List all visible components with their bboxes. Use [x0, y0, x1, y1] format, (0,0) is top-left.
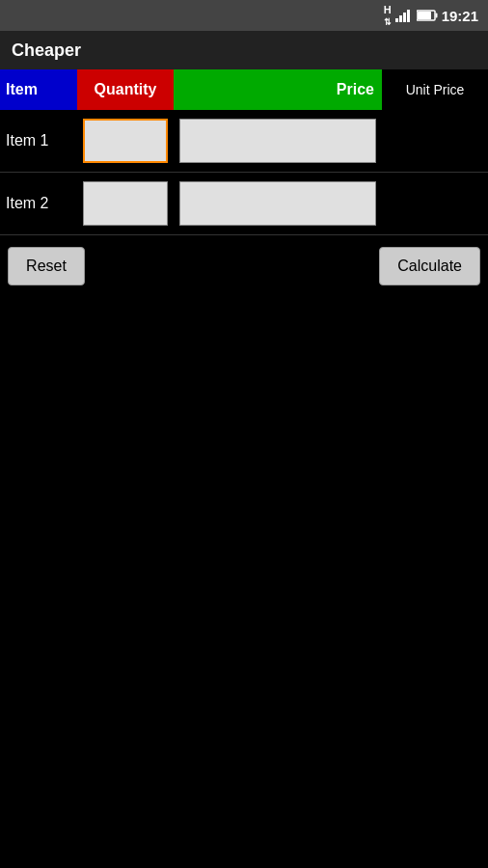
row-1-quantity-input[interactable]: [83, 119, 168, 163]
row-1-unit-price: [382, 110, 488, 172]
status-icons: H⇅ 19:21: [384, 4, 478, 27]
row-2-price-input[interactable]: [179, 181, 376, 226]
row-1-price-input[interactable]: [179, 119, 376, 163]
signal-bars-icon: [395, 9, 413, 22]
title-bar: Cheaper: [0, 31, 488, 69]
row-2-quantity-input[interactable]: [83, 181, 168, 226]
app-title: Cheaper: [12, 41, 81, 61]
header-unit-price: Unit Price: [382, 69, 488, 110]
h-signal-icon: H⇅: [384, 4, 392, 27]
row-1-label: Item 1: [0, 110, 77, 172]
main-content: Item Quantity Price Unit Price Item 1 It…: [0, 69, 488, 297]
row-2-price-cell: [174, 173, 382, 234]
row-2-quantity-cell: [77, 173, 174, 234]
svg-rect-6: [418, 12, 431, 19]
svg-rect-2: [403, 13, 406, 22]
header-quantity: Quantity: [77, 69, 174, 110]
svg-rect-5: [435, 14, 437, 18]
header-price: Price: [174, 69, 382, 110]
row-2-label: Item 2: [0, 173, 77, 234]
row-1-quantity-cell: [77, 110, 174, 172]
svg-rect-1: [399, 15, 402, 22]
svg-rect-3: [407, 10, 410, 22]
row-1-price-cell: [174, 110, 382, 172]
calculate-button[interactable]: Calculate: [379, 247, 480, 285]
battery-icon: [417, 10, 438, 21]
status-bar: H⇅ 19:21: [0, 0, 488, 31]
table-header: Item Quantity Price Unit Price: [0, 69, 488, 110]
table-row: Item 2: [0, 173, 488, 235]
buttons-row: Reset Calculate: [0, 235, 488, 297]
svg-rect-0: [395, 18, 398, 22]
table-row: Item 1: [0, 110, 488, 173]
header-item: Item: [0, 69, 77, 110]
reset-button[interactable]: Reset: [8, 247, 85, 285]
row-2-unit-price: [382, 173, 488, 234]
status-time: 19:21: [442, 8, 478, 24]
